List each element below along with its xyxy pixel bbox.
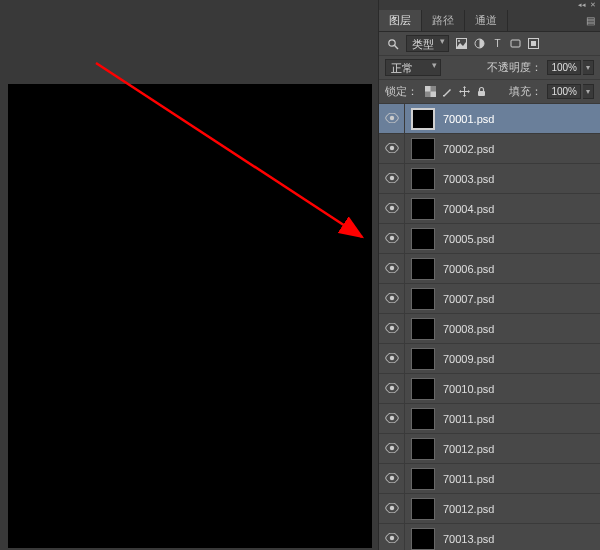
eye-icon — [385, 262, 399, 276]
panel-tabs: 图层 路径 通道 ▤ — [379, 10, 600, 32]
layer-name[interactable]: 70002.psd — [443, 143, 494, 155]
svg-point-5 — [458, 40, 460, 42]
layer-name[interactable]: 70001.psd — [443, 113, 494, 125]
layer-name[interactable]: 70005.psd — [443, 233, 494, 245]
canvas[interactable] — [8, 84, 372, 548]
filter-type-select[interactable]: 类型 — [406, 35, 449, 52]
layer-row[interactable]: 70011.psd — [379, 464, 600, 494]
layer-thumbnail[interactable] — [411, 258, 435, 280]
eye-icon — [385, 112, 399, 126]
tab-channels[interactable]: 通道 — [465, 10, 508, 31]
visibility-toggle[interactable] — [379, 344, 405, 373]
layer-row[interactable]: 70005.psd — [379, 224, 600, 254]
filter-smart-icon[interactable] — [526, 36, 541, 51]
lock-move-icon[interactable] — [457, 84, 472, 99]
visibility-toggle[interactable] — [379, 134, 405, 163]
layer-thumbnail[interactable] — [411, 288, 435, 310]
layer-name[interactable]: 70008.psd — [443, 323, 494, 335]
close-icon[interactable]: ✕ — [590, 1, 596, 9]
tab-layers[interactable]: 图层 — [379, 10, 422, 31]
layer-name[interactable]: 70003.psd — [443, 173, 494, 185]
layer-name[interactable]: 70011.psd — [443, 473, 494, 485]
opacity-input[interactable]: 100% — [547, 60, 581, 75]
layer-thumbnail[interactable] — [411, 138, 435, 160]
eye-icon — [385, 232, 399, 246]
layer-list[interactable]: 70001.psd70002.psd70003.psd70004.psd7000… — [379, 104, 600, 550]
layer-thumbnail[interactable] — [411, 228, 435, 250]
svg-rect-13 — [443, 95, 445, 97]
opacity-dropdown-icon[interactable]: ▾ — [583, 60, 594, 75]
layer-row[interactable]: 70010.psd — [379, 374, 600, 404]
visibility-toggle[interactable] — [379, 494, 405, 523]
layer-row[interactable]: 70011.psd — [379, 404, 600, 434]
filter-text-icon[interactable]: T — [490, 36, 505, 51]
layer-thumbnail[interactable] — [411, 528, 435, 550]
layer-thumbnail[interactable] — [411, 438, 435, 460]
visibility-toggle[interactable] — [379, 374, 405, 403]
layer-thumbnail[interactable] — [411, 498, 435, 520]
layer-row[interactable]: 70001.psd — [379, 104, 600, 134]
visibility-toggle[interactable] — [379, 194, 405, 223]
svg-rect-11 — [425, 86, 431, 92]
layer-thumbnail[interactable] — [411, 198, 435, 220]
svg-point-24 — [389, 385, 393, 389]
fill-dropdown-icon[interactable]: ▾ — [583, 84, 594, 99]
blend-mode-select[interactable]: 正常 — [385, 59, 441, 76]
svg-line-3 — [395, 45, 398, 48]
layer-thumbnail[interactable] — [411, 408, 435, 430]
panel-menu-icon[interactable]: ▤ — [580, 10, 600, 31]
eye-icon — [385, 412, 399, 426]
search-icon[interactable] — [385, 36, 401, 52]
filter-image-icon[interactable] — [454, 36, 469, 51]
visibility-toggle[interactable] — [379, 314, 405, 343]
visibility-toggle[interactable] — [379, 464, 405, 493]
svg-point-20 — [389, 265, 393, 269]
opacity-label: 不透明度： — [487, 60, 542, 75]
layer-row[interactable]: 70012.psd — [379, 434, 600, 464]
layer-name[interactable]: 70013.psd — [443, 533, 494, 545]
layer-name[interactable]: 70006.psd — [443, 263, 494, 275]
lock-brush-icon[interactable] — [440, 84, 455, 99]
visibility-toggle[interactable] — [379, 164, 405, 193]
visibility-toggle[interactable] — [379, 104, 405, 133]
eye-icon — [385, 142, 399, 156]
layer-row[interactable]: 70009.psd — [379, 344, 600, 374]
lock-all-icon[interactable] — [474, 84, 489, 99]
layer-thumbnail[interactable] — [411, 318, 435, 340]
visibility-toggle[interactable] — [379, 434, 405, 463]
visibility-toggle[interactable] — [379, 404, 405, 433]
svg-point-17 — [389, 175, 393, 179]
tab-paths[interactable]: 路径 — [422, 10, 465, 31]
layer-row[interactable]: 70013.psd — [379, 524, 600, 550]
layer-name[interactable]: 70007.psd — [443, 293, 494, 305]
layer-name[interactable]: 70011.psd — [443, 413, 494, 425]
layer-name[interactable]: 70012.psd — [443, 443, 494, 455]
layer-row[interactable]: 70006.psd — [379, 254, 600, 284]
layer-row[interactable]: 70004.psd — [379, 194, 600, 224]
layer-thumbnail[interactable] — [411, 348, 435, 370]
layer-row[interactable]: 70012.psd — [379, 494, 600, 524]
eye-icon — [385, 292, 399, 306]
visibility-toggle[interactable] — [379, 524, 405, 550]
layer-name[interactable]: 70004.psd — [443, 203, 494, 215]
lock-transparent-icon[interactable] — [423, 84, 438, 99]
visibility-toggle[interactable] — [379, 284, 405, 313]
layer-thumbnail[interactable] — [411, 378, 435, 400]
fill-input[interactable]: 100% — [547, 84, 581, 99]
visibility-toggle[interactable] — [379, 224, 405, 253]
filter-shape-icon[interactable] — [508, 36, 523, 51]
eye-icon — [385, 442, 399, 456]
layer-name[interactable]: 70010.psd — [443, 383, 494, 395]
layer-row[interactable]: 70003.psd — [379, 164, 600, 194]
layer-row[interactable]: 70008.psd — [379, 314, 600, 344]
layer-row[interactable]: 70007.psd — [379, 284, 600, 314]
layer-thumbnail[interactable] — [411, 468, 435, 490]
layer-thumbnail[interactable] — [411, 168, 435, 190]
layer-name[interactable]: 70012.psd — [443, 503, 494, 515]
collapse-icon[interactable]: ◂◂ — [578, 1, 586, 9]
layer-thumbnail[interactable] — [411, 108, 435, 130]
visibility-toggle[interactable] — [379, 254, 405, 283]
filter-adjust-icon[interactable] — [472, 36, 487, 51]
layer-name[interactable]: 70009.psd — [443, 353, 494, 365]
layer-row[interactable]: 70002.psd — [379, 134, 600, 164]
